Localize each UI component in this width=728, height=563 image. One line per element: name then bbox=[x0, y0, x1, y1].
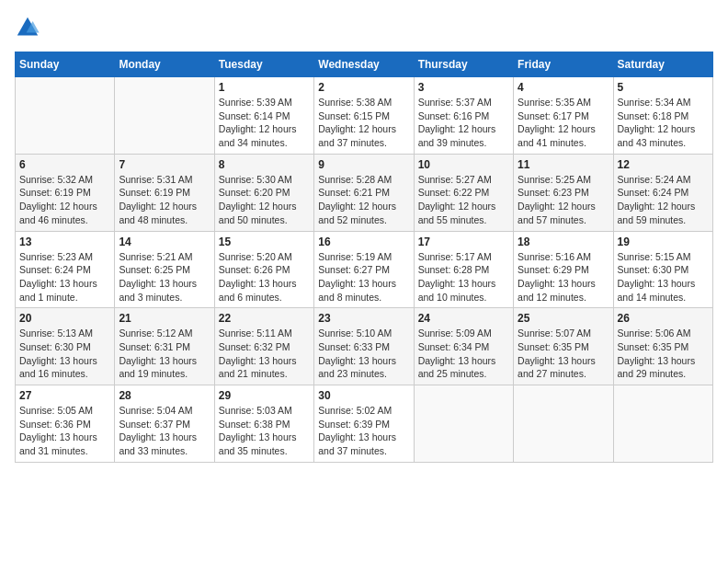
day-info: Sunrise: 5:32 AMSunset: 6:19 PMDaylight:… bbox=[19, 173, 110, 227]
day-info: Sunrise: 5:37 AMSunset: 6:16 PMDaylight:… bbox=[418, 96, 509, 150]
day-info: Sunrise: 5:38 AMSunset: 6:15 PMDaylight:… bbox=[318, 96, 409, 150]
day-info: Sunrise: 5:03 AMSunset: 6:38 PMDaylight:… bbox=[219, 404, 310, 458]
weekday-header: Thursday bbox=[414, 52, 513, 77]
day-info: Sunrise: 5:35 AMSunset: 6:17 PMDaylight:… bbox=[518, 96, 609, 150]
day-info: Sunrise: 5:19 AMSunset: 6:27 PMDaylight:… bbox=[318, 250, 409, 304]
day-info: Sunrise: 5:20 AMSunset: 6:26 PMDaylight:… bbox=[219, 250, 310, 304]
calendar-cell: 25Sunrise: 5:07 AMSunset: 6:35 PMDayligh… bbox=[514, 308, 613, 385]
day-number: 11 bbox=[518, 158, 609, 171]
calendar-cell: 27Sunrise: 5:05 AMSunset: 6:36 PMDayligh… bbox=[16, 385, 115, 463]
calendar-week-row: 6Sunrise: 5:32 AMSunset: 6:19 PMDaylight… bbox=[16, 154, 713, 231]
calendar-cell: 15Sunrise: 5:20 AMSunset: 6:26 PMDayligh… bbox=[214, 231, 313, 308]
day-info: Sunrise: 5:27 AMSunset: 6:22 PMDaylight:… bbox=[418, 173, 509, 227]
day-number: 18 bbox=[518, 236, 609, 248]
day-number: 29 bbox=[219, 389, 310, 402]
day-number: 15 bbox=[219, 236, 310, 248]
calendar-cell: 21Sunrise: 5:12 AMSunset: 6:31 PMDayligh… bbox=[115, 308, 214, 385]
calendar-cell: 17Sunrise: 5:17 AMSunset: 6:28 PMDayligh… bbox=[414, 231, 513, 308]
day-number: 13 bbox=[19, 236, 110, 248]
calendar-cell: 28Sunrise: 5:04 AMSunset: 6:37 PMDayligh… bbox=[115, 385, 214, 463]
calendar-cell: 12Sunrise: 5:24 AMSunset: 6:24 PMDayligh… bbox=[613, 154, 712, 231]
day-number: 21 bbox=[119, 312, 210, 325]
day-number: 26 bbox=[618, 312, 709, 325]
day-number: 16 bbox=[318, 236, 409, 248]
logo-icon bbox=[15, 15, 40, 40]
day-number: 20 bbox=[19, 312, 110, 325]
day-info: Sunrise: 5:07 AMSunset: 6:35 PMDaylight:… bbox=[518, 327, 609, 381]
day-info: Sunrise: 5:02 AMSunset: 6:39 PMDaylight:… bbox=[318, 404, 409, 458]
logo bbox=[15, 15, 44, 40]
day-info: Sunrise: 5:21 AMSunset: 6:25 PMDaylight:… bbox=[119, 250, 210, 304]
calendar-cell: 13Sunrise: 5:23 AMSunset: 6:24 PMDayligh… bbox=[16, 231, 115, 308]
day-info: Sunrise: 5:09 AMSunset: 6:34 PMDaylight:… bbox=[418, 327, 509, 381]
calendar-cell bbox=[414, 385, 513, 463]
day-info: Sunrise: 5:04 AMSunset: 6:37 PMDaylight:… bbox=[119, 404, 210, 458]
weekday-header: Tuesday bbox=[214, 52, 313, 77]
day-number: 5 bbox=[618, 81, 709, 94]
day-info: Sunrise: 5:39 AMSunset: 6:14 PMDaylight:… bbox=[219, 96, 310, 150]
day-info: Sunrise: 5:12 AMSunset: 6:31 PMDaylight:… bbox=[119, 327, 210, 381]
calendar-week-row: 1Sunrise: 5:39 AMSunset: 6:14 PMDaylight… bbox=[16, 77, 713, 155]
calendar: SundayMondayTuesdayWednesdayThursdayFrid… bbox=[15, 52, 713, 463]
calendar-cell: 2Sunrise: 5:38 AMSunset: 6:15 PMDaylight… bbox=[314, 77, 414, 155]
day-number: 9 bbox=[318, 158, 409, 171]
weekday-header: Friday bbox=[514, 52, 613, 77]
calendar-cell: 4Sunrise: 5:35 AMSunset: 6:17 PMDaylight… bbox=[514, 77, 613, 155]
day-info: Sunrise: 5:30 AMSunset: 6:20 PMDaylight:… bbox=[219, 173, 310, 227]
calendar-cell: 20Sunrise: 5:13 AMSunset: 6:30 PMDayligh… bbox=[16, 308, 115, 385]
day-info: Sunrise: 5:34 AMSunset: 6:18 PMDaylight:… bbox=[618, 96, 709, 150]
day-number: 7 bbox=[119, 158, 210, 171]
calendar-cell: 22Sunrise: 5:11 AMSunset: 6:32 PMDayligh… bbox=[214, 308, 313, 385]
calendar-cell: 1Sunrise: 5:39 AMSunset: 6:14 PMDaylight… bbox=[214, 77, 313, 155]
day-info: Sunrise: 5:11 AMSunset: 6:32 PMDaylight:… bbox=[219, 327, 310, 381]
day-info: Sunrise: 5:16 AMSunset: 6:29 PMDaylight:… bbox=[518, 250, 609, 304]
weekday-header: Saturday bbox=[613, 52, 712, 77]
day-info: Sunrise: 5:23 AMSunset: 6:24 PMDaylight:… bbox=[19, 250, 110, 304]
calendar-cell: 23Sunrise: 5:10 AMSunset: 6:33 PMDayligh… bbox=[314, 308, 414, 385]
calendar-header-row: SundayMondayTuesdayWednesdayThursdayFrid… bbox=[16, 52, 713, 77]
calendar-cell: 7Sunrise: 5:31 AMSunset: 6:19 PMDaylight… bbox=[115, 154, 214, 231]
day-number: 23 bbox=[318, 312, 409, 325]
calendar-cell bbox=[115, 77, 214, 155]
weekday-header: Sunday bbox=[16, 52, 115, 77]
calendar-cell: 18Sunrise: 5:16 AMSunset: 6:29 PMDayligh… bbox=[514, 231, 613, 308]
day-number: 4 bbox=[518, 81, 609, 94]
day-info: Sunrise: 5:06 AMSunset: 6:35 PMDaylight:… bbox=[618, 327, 709, 381]
day-number: 22 bbox=[219, 312, 310, 325]
calendar-cell: 19Sunrise: 5:15 AMSunset: 6:30 PMDayligh… bbox=[613, 231, 712, 308]
day-info: Sunrise: 5:31 AMSunset: 6:19 PMDaylight:… bbox=[119, 173, 210, 227]
calendar-cell: 6Sunrise: 5:32 AMSunset: 6:19 PMDaylight… bbox=[16, 154, 115, 231]
day-number: 12 bbox=[618, 158, 709, 171]
calendar-cell: 3Sunrise: 5:37 AMSunset: 6:16 PMDaylight… bbox=[414, 77, 513, 155]
day-info: Sunrise: 5:10 AMSunset: 6:33 PMDaylight:… bbox=[318, 327, 409, 381]
day-info: Sunrise: 5:17 AMSunset: 6:28 PMDaylight:… bbox=[418, 250, 509, 304]
page-header bbox=[15, 15, 713, 40]
day-info: Sunrise: 5:24 AMSunset: 6:24 PMDaylight:… bbox=[618, 173, 709, 227]
calendar-cell: 14Sunrise: 5:21 AMSunset: 6:25 PMDayligh… bbox=[115, 231, 214, 308]
day-number: 27 bbox=[19, 389, 110, 402]
calendar-cell bbox=[514, 385, 613, 463]
calendar-cell: 9Sunrise: 5:28 AMSunset: 6:21 PMDaylight… bbox=[314, 154, 414, 231]
weekday-header: Monday bbox=[115, 52, 214, 77]
day-number: 30 bbox=[318, 389, 409, 402]
day-number: 14 bbox=[119, 236, 210, 248]
calendar-cell: 26Sunrise: 5:06 AMSunset: 6:35 PMDayligh… bbox=[613, 308, 712, 385]
calendar-week-row: 13Sunrise: 5:23 AMSunset: 6:24 PMDayligh… bbox=[16, 231, 713, 308]
day-number: 2 bbox=[318, 81, 409, 94]
day-info: Sunrise: 5:25 AMSunset: 6:23 PMDaylight:… bbox=[518, 173, 609, 227]
calendar-cell: 5Sunrise: 5:34 AMSunset: 6:18 PMDaylight… bbox=[613, 77, 712, 155]
day-info: Sunrise: 5:05 AMSunset: 6:36 PMDaylight:… bbox=[19, 404, 110, 458]
day-info: Sunrise: 5:28 AMSunset: 6:21 PMDaylight:… bbox=[318, 173, 409, 227]
weekday-header: Wednesday bbox=[314, 52, 414, 77]
day-number: 25 bbox=[518, 312, 609, 325]
calendar-cell: 30Sunrise: 5:02 AMSunset: 6:39 PMDayligh… bbox=[314, 385, 414, 463]
calendar-cell bbox=[16, 77, 115, 155]
day-number: 24 bbox=[418, 312, 509, 325]
day-number: 17 bbox=[418, 236, 509, 248]
calendar-cell: 29Sunrise: 5:03 AMSunset: 6:38 PMDayligh… bbox=[214, 385, 313, 463]
day-number: 19 bbox=[618, 236, 709, 248]
day-info: Sunrise: 5:13 AMSunset: 6:30 PMDaylight:… bbox=[19, 327, 110, 381]
calendar-cell bbox=[613, 385, 712, 463]
day-info: Sunrise: 5:15 AMSunset: 6:30 PMDaylight:… bbox=[618, 250, 709, 304]
day-number: 1 bbox=[219, 81, 310, 94]
